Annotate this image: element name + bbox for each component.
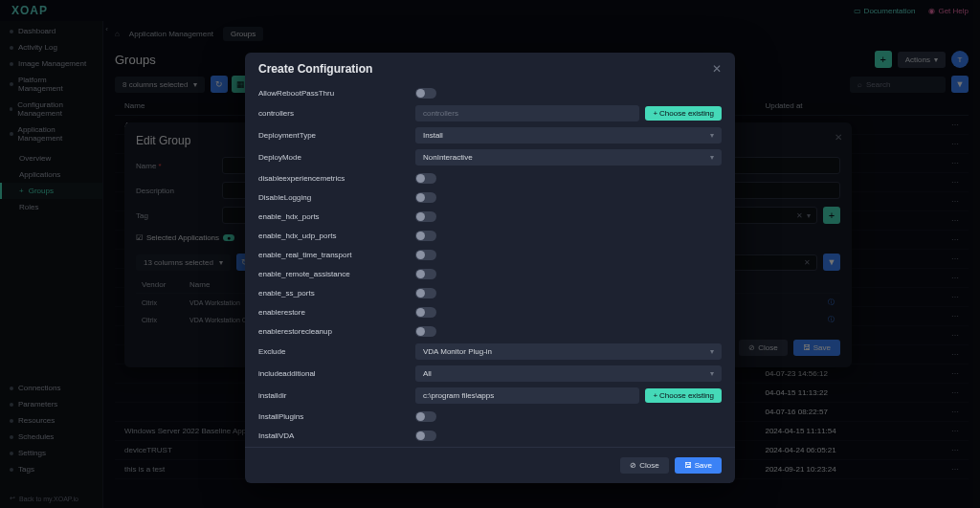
toggle-enable-restore-cleanup[interactable] (415, 326, 436, 337)
label-controllers: controllers (258, 109, 415, 118)
label-enable-ss: enable_ss_ports (258, 289, 415, 298)
chevron-down-icon: ▾ (710, 131, 714, 140)
label-enable-hdx-udp: enable_hdx_udp_ports (258, 232, 415, 240)
select-deployment-type[interactable]: Install▾ (415, 127, 722, 144)
label-include-add: includeadditional (258, 369, 415, 378)
chevron-down-icon: ▾ (710, 153, 714, 162)
input-controllers[interactable]: controllers (415, 105, 639, 121)
toggle-install-plugins[interactable] (415, 411, 436, 422)
choose-existing-controllers[interactable]: +Choose existing (645, 106, 722, 121)
toggle-enable-remote[interactable] (415, 269, 436, 279)
choose-existing-installdir[interactable]: +Choose existing (645, 388, 722, 403)
toggle-allow-reboot[interactable] (415, 88, 436, 99)
label-enable-realtime: enable_real_time_transport (258, 251, 415, 259)
label-exclude: Exclude (258, 347, 415, 356)
label-install-vda: InstallVDA (258, 431, 415, 440)
toggle-install-vda[interactable] (415, 431, 436, 441)
label-disable-exp: disableexperiencemetrics (258, 174, 415, 183)
toggle-enable-ss[interactable] (415, 288, 436, 298)
toggle-enable-hdx[interactable] (415, 211, 436, 222)
modal-close-button[interactable]: ⊘Close (620, 457, 668, 474)
toggle-disable-logging[interactable] (415, 192, 436, 203)
save-icon: 🖫 (684, 461, 692, 470)
label-disable-logging: DisableLogging (258, 193, 415, 202)
modal-title: Create Configuration (258, 62, 372, 76)
label-installdir: installdir (258, 391, 415, 400)
input-installdir[interactable]: c:\program files\apps (415, 387, 639, 404)
select-include-add[interactable]: All▾ (415, 365, 722, 382)
modal-save-button[interactable]: 🖫Save (675, 457, 722, 474)
label-enable-remote: enable_remote_assistance (258, 270, 415, 278)
toggle-enable-restore[interactable] (415, 307, 436, 318)
modal-close-icon[interactable]: ✕ (712, 62, 722, 76)
x-icon: ⊘ (630, 461, 636, 470)
chevron-down-icon: ▾ (710, 369, 714, 378)
create-config-modal: Create Configuration ✕ AllowRebootPassTh… (245, 53, 735, 483)
label-enable-restore: enablerestore (258, 308, 415, 317)
label-enable-hdx: enable_hdx_ports (258, 212, 415, 221)
chevron-down-icon: ▾ (710, 347, 714, 356)
select-exclude[interactable]: VDA Monitor Plug-in▾ (415, 343, 722, 360)
label-install-plugins: InstallPlugins (258, 412, 415, 421)
select-deploy-mode[interactable]: NonInteractive▾ (415, 149, 722, 166)
label-deployment-type: DeploymentType (258, 131, 415, 140)
label-allow-reboot: AllowRebootPassThru (258, 89, 415, 98)
toggle-enable-hdx-udp[interactable] (415, 231, 436, 241)
label-enable-restore-cleanup: enablerestorecleanup (258, 327, 415, 336)
label-deploy-mode: DeployMode (258, 153, 415, 162)
toggle-disable-exp[interactable] (415, 173, 436, 184)
toggle-enable-realtime[interactable] (415, 250, 436, 260)
